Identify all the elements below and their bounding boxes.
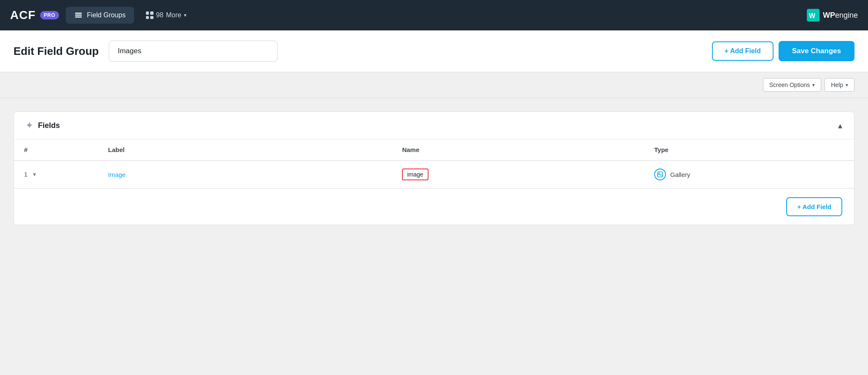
help-chevron-icon: ▾ [846, 82, 848, 88]
col-header-type: Type [644, 139, 854, 160]
screen-options-label: Screen Options [769, 82, 810, 88]
row-label-link[interactable]: Image [108, 171, 126, 178]
pro-badge: PRO [40, 11, 59, 19]
add-field-footer-label: + Add Field [797, 203, 831, 210]
add-field-label: + Add Field [725, 47, 761, 55]
field-groups-nav-label: Field Groups [87, 11, 126, 19]
add-field-footer-button[interactable]: + Add Field [786, 197, 842, 216]
acf-brand-text: ACF [10, 8, 36, 22]
row-name-value: image [402, 168, 428, 180]
fields-panel: ✦ Fields # Label Name Type 1 [13, 111, 855, 225]
col-header-label: Label [98, 139, 392, 160]
acf-logo: ACF PRO [10, 8, 59, 22]
more-nav-button[interactable]: 98 More ▾ [141, 8, 191, 22]
save-changes-button[interactable]: Save Changes [779, 41, 855, 61]
wpengine-label: WPengine [823, 11, 858, 20]
row-label-cell: Image [98, 160, 392, 188]
svg-rect-1 [75, 15, 82, 16]
nav-left: ACF PRO Field Groups 98 More ▾ [10, 7, 191, 24]
more-count: 98 [156, 11, 164, 19]
row-type-cell: Gallery [644, 160, 854, 188]
col-header-name: Name [392, 139, 644, 160]
fields-title-label: Fields [38, 121, 60, 130]
row-num-cell: 1 ▾ [14, 160, 98, 188]
row-num: 1 [24, 171, 27, 178]
image-icon [657, 171, 663, 177]
table-header: # Label Name Type [14, 139, 854, 160]
grid-icon [146, 11, 154, 19]
gallery-type-icon [654, 168, 666, 180]
screen-options-chevron-icon: ▾ [812, 82, 815, 88]
help-button[interactable]: Help ▾ [825, 78, 855, 92]
svg-rect-0 [75, 13, 82, 14]
fields-panel-header: ✦ Fields [14, 112, 854, 139]
fields-table: # Label Name Type 1 ▾ Image image [14, 139, 854, 188]
screen-options-button[interactable]: Screen Options ▾ [763, 78, 822, 92]
wpengine-logo: W WPengine [807, 9, 858, 22]
row-expand-icon[interactable]: ▾ [33, 171, 36, 178]
list-icon [74, 11, 83, 19]
svg-rect-2 [75, 16, 82, 18]
table-row: 1 ▾ Image image [14, 160, 854, 188]
wpengine-icon: W [807, 9, 819, 22]
page-header: Edit Field Group + Add Field Save Change… [0, 30, 868, 72]
help-label: Help [831, 82, 843, 88]
sub-header: Screen Options ▾ Help ▾ [0, 72, 868, 98]
save-changes-label: Save Changes [792, 47, 841, 55]
row-type-label: Gallery [670, 171, 690, 178]
top-nav: ACF PRO Field Groups 98 More ▾ W WPengin… [0, 0, 868, 30]
table-body: 1 ▾ Image image [14, 160, 854, 188]
collapse-icon [838, 121, 842, 130]
chevron-down-icon: ▾ [184, 12, 186, 18]
fields-icon: ✦ [26, 120, 33, 130]
row-name-cell: image [392, 160, 644, 188]
add-field-button[interactable]: + Add Field [712, 41, 774, 61]
svg-point-6 [658, 173, 660, 174]
header-left: Edit Field Group [13, 41, 278, 62]
header-right: + Add Field Save Changes [712, 41, 855, 61]
field-groups-nav-button[interactable]: Field Groups [66, 7, 134, 24]
svg-text:W: W [809, 12, 816, 19]
fields-title: ✦ Fields [26, 120, 60, 130]
more-label: More [166, 11, 181, 19]
col-header-num: # [14, 139, 98, 160]
group-name-input[interactable] [109, 41, 278, 62]
collapse-panel-button[interactable] [838, 120, 842, 130]
fields-panel-footer: + Add Field [14, 188, 854, 225]
page-title: Edit Field Group [13, 45, 99, 58]
row-type-container: Gallery [654, 168, 844, 180]
main-content: ✦ Fields # Label Name Type 1 [0, 98, 868, 239]
